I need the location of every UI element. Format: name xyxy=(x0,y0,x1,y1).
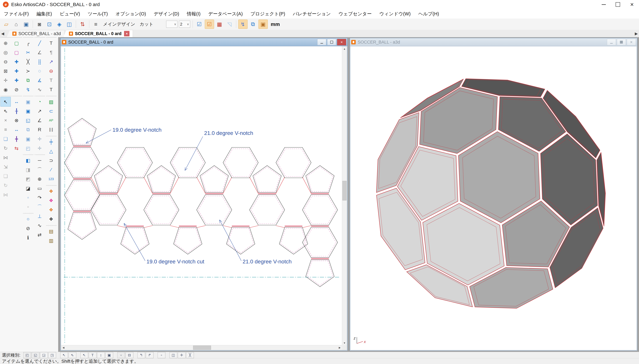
fillet-tool[interactable]: ╭ xyxy=(23,38,33,48)
select-center[interactable]: ✛ xyxy=(178,352,186,358)
add-notch-tool[interactable]: ✚ xyxy=(12,57,22,66)
add-bridge-tool[interactable]: ✚ xyxy=(12,66,22,76)
database-info-button[interactable]: ☑ xyxy=(195,20,204,29)
menu-item-12[interactable]: ヘルプ(H) xyxy=(414,9,443,18)
zoom-out-tool[interactable]: ⊖ xyxy=(1,57,10,66)
menu-item-11[interactable]: ウィンドウ(W) xyxy=(376,9,414,18)
barcode-tool[interactable]: ║║ xyxy=(46,125,56,134)
tab-scroll-right-icon[interactable]: ▶ xyxy=(634,30,639,37)
scroll-up-icon[interactable]: ▲ xyxy=(342,46,347,51)
tab-scroll-left-icon[interactable]: ◀ xyxy=(0,30,6,37)
view-3d-titlebar[interactable]: SOCCER_BALL - a3d × xyxy=(350,38,637,46)
menu-item-0[interactable]: ファイル(F) xyxy=(0,9,33,18)
trace-image-tool[interactable]: ◰ xyxy=(23,144,33,153)
select-cross[interactable]: ╳ xyxy=(186,352,194,358)
mirror-tool[interactable]: ⋈ xyxy=(1,153,10,162)
zoom-extents-tool[interactable]: ⊠ xyxy=(1,66,10,76)
menu-item-9[interactable]: パレチゼーション xyxy=(289,9,335,18)
design-canvas[interactable]: 19.0 degree V-notch21.0 degree V-notch19… xyxy=(61,46,347,350)
menu-item-6[interactable]: 情報(I) xyxy=(183,9,204,18)
select-back[interactable]: ↰ xyxy=(138,352,145,358)
child3d-minimize-button[interactable] xyxy=(607,39,616,45)
perpendicular-tool[interactable]: ⊥ xyxy=(34,212,44,221)
scroll-left-icon[interactable]: ◀ xyxy=(61,345,66,350)
dimension-compass-tool[interactable]: ⊖ xyxy=(46,66,56,76)
handles-tool[interactable]: ▫ xyxy=(23,193,33,202)
intersect-tool[interactable]: ╳ xyxy=(23,57,33,66)
rectangle-tool[interactable]: ▭ xyxy=(34,184,44,193)
select-crease-lines[interactable]: ◳ xyxy=(48,352,56,358)
fill-copy-tool[interactable]: ◨ xyxy=(23,165,33,174)
add-image-tool[interactable]: ▣ xyxy=(23,97,33,106)
crop-image-tool[interactable]: ◱ xyxy=(23,116,33,125)
add-nick-tool[interactable]: ✚ xyxy=(12,76,22,85)
attachment-tool[interactable]: ⊂ xyxy=(46,106,56,116)
v-notch-tool[interactable]: ≻ xyxy=(23,66,33,76)
output-sample-v-tool[interactable]: ▥ xyxy=(46,236,56,245)
child-maximize-button[interactable] xyxy=(327,39,336,45)
text-tool[interactable]: T xyxy=(46,38,56,48)
image-gallery-tool[interactable]: ⧉ xyxy=(23,125,33,134)
menu-item-3[interactable]: ツール(T) xyxy=(84,9,112,18)
select-text[interactable]: T xyxy=(89,352,96,358)
angle-measure-tool[interactable]: ∠ xyxy=(34,116,44,125)
rotate-text-tool[interactable]: T xyxy=(46,85,56,94)
toolbar-combo-2[interactable]: 2∨ xyxy=(179,21,190,28)
blank-size-tool[interactable]: ▢ xyxy=(12,38,22,48)
arrow-tool[interactable]: ↗ xyxy=(46,57,56,66)
move-dimension-copy-tool[interactable]: ✛ xyxy=(34,144,44,153)
open-file-button[interactable]: ▱ xyxy=(2,20,11,29)
layout-windows-button[interactable]: ◫ xyxy=(65,20,74,29)
corner-triangles-button[interactable]: ◹ xyxy=(225,20,234,29)
image-effects-tool[interactable]: ▣ xyxy=(23,106,33,116)
child3d-maximize-button[interactable] xyxy=(617,39,626,45)
manufacturing-blank-tool[interactable]: ▢ xyxy=(12,48,22,57)
split-line-tool[interactable]: ╂ xyxy=(12,106,22,116)
menu-item-8[interactable]: プロジェクト(P) xyxy=(246,9,289,18)
bezier-tool[interactable]: ↷ xyxy=(34,193,44,202)
ellipse-add-tool[interactable]: ○ xyxy=(23,214,33,224)
handles-copy-tool[interactable]: ▫ xyxy=(23,202,33,212)
angle-line-tool[interactable]: ∠ xyxy=(34,48,44,57)
menu-item-4[interactable]: オプション(O) xyxy=(112,9,150,18)
select-group[interactable]: ▫ xyxy=(117,352,125,358)
close-button[interactable]: × xyxy=(625,0,639,9)
child-close-button[interactable]: × xyxy=(337,39,346,45)
maximize-button[interactable] xyxy=(611,0,625,9)
counter-triangle-tool[interactable]: △ xyxy=(46,146,56,156)
edge-offset-tool[interactable]: ⇆ xyxy=(12,144,22,153)
open-design-window-button[interactable]: ⊡ xyxy=(45,20,54,29)
paren-curve-tool[interactable]: ⊃ xyxy=(46,156,56,165)
spline-tool[interactable]: ∿ xyxy=(34,221,44,230)
counter-line-tool[interactable]: ╪ xyxy=(46,137,56,146)
fold-angle-button[interactable]: ↯ xyxy=(238,20,248,29)
select-pointer[interactable]: ↖ xyxy=(60,352,68,358)
counter-button[interactable]: ▣ xyxy=(258,20,268,29)
polyline-tool[interactable]: ↯ xyxy=(23,85,33,94)
vertical-scrollbar[interactable]: ▲ ▼ xyxy=(342,46,347,345)
child-minimize-button[interactable] xyxy=(317,39,326,45)
bug-check-pink-tool[interactable]: ❖ xyxy=(46,196,56,205)
arc-tool[interactable]: ⌒ xyxy=(34,165,44,174)
convert-to-3d-button[interactable]: ◈ xyxy=(55,20,64,29)
scale-tool[interactable]: ⇲ xyxy=(1,162,10,172)
rotate-copy-tool[interactable]: ↻ xyxy=(1,181,10,190)
sequence-tool[interactable]: 123 xyxy=(46,174,56,184)
select-dimension[interactable]: ↕ xyxy=(97,352,105,358)
construction-circle-tool[interactable]: ◌ xyxy=(34,66,44,76)
cut-tool[interactable]: ✂ xyxy=(23,48,33,57)
toolbar-combo-1[interactable]: ∨ xyxy=(166,21,178,28)
exchange-arrows-button[interactable]: ⇅ xyxy=(78,20,87,29)
zoom-in-tool[interactable]: ⊕ xyxy=(1,38,10,48)
dimension-clock-tool[interactable]: ◔ xyxy=(34,97,44,106)
select-forward[interactable]: ↱ xyxy=(146,352,154,358)
tab-close-icon[interactable]: × xyxy=(124,31,130,36)
align-boxes-tool[interactable]: ⧉ xyxy=(23,76,33,85)
move-copy-tool[interactable]: ❏ xyxy=(1,134,10,144)
horizontal-scroll-thumb[interactable] xyxy=(193,346,211,350)
save-button[interactable]: ▣ xyxy=(22,20,30,29)
vertical-scroll-thumb[interactable] xyxy=(342,181,346,200)
select-multiple-tool[interactable]: ⇖ xyxy=(1,106,10,116)
select-window[interactable]: ◫ xyxy=(170,352,177,358)
select-add-pointer[interactable]: ⇖ xyxy=(68,352,76,358)
